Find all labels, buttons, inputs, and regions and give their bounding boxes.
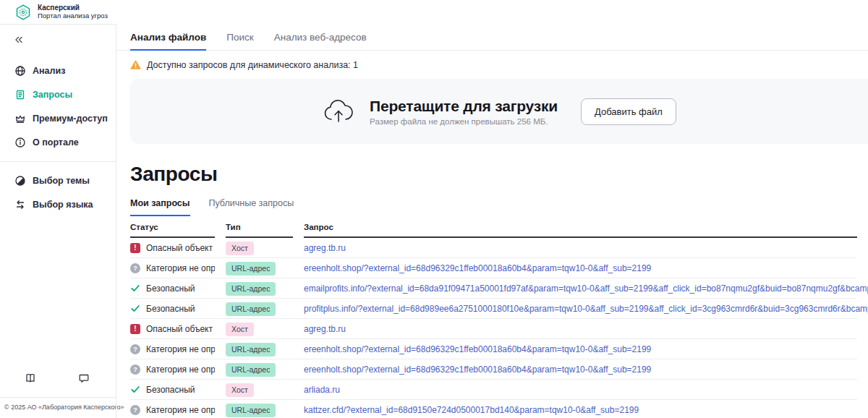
status-cell: Безопасный (130, 385, 215, 395)
requests-tabbar: Мои запросыПубличные запросы (116, 198, 868, 216)
query-link[interactable]: ereenholt.shop/?external_id=68d96329c1ff… (304, 364, 857, 375)
sidebar-item-theme-picker[interactable]: Выбор темы (0, 169, 116, 192)
tab-search[interactable]: Поиск (226, 32, 253, 51)
query-link[interactable]: agreg.tb.ru (304, 324, 857, 334)
sidebar-top-divider (0, 24, 116, 25)
query-cell: ereenholt.shop/?external_id=68d96329c1ff… (304, 263, 857, 273)
type-badge: URL-адрес (226, 343, 276, 357)
query-link[interactable]: kattzer.cfd/?external_id=68d9150e724d050… (304, 405, 857, 415)
sidebar-item-analysis[interactable]: Анализ (0, 59, 116, 82)
table-row: ! Опасный объект Хост agreg.tb.ru (130, 238, 857, 258)
query-cell: kattzer.cfd/?external_id=68d9150e724d050… (304, 405, 857, 415)
crown-icon (14, 113, 26, 124)
sidebar-item-about-portal[interactable]: О портале (0, 130, 116, 154)
documentation-icon[interactable] (25, 372, 38, 385)
status-text: Категория не определ... (146, 405, 215, 415)
page-title: Запросы (130, 163, 868, 186)
table-row: ? Категория не определ... URL-адрес eree… (130, 258, 857, 278)
status-text: Безопасный (146, 385, 195, 395)
status-text: Опасный объект (146, 243, 213, 253)
query-link[interactable]: profitplus.info/?external_id=68d989ee6a2… (304, 304, 868, 314)
type-badge: URL-адрес (226, 302, 276, 316)
table-row: ? Категория не определ... URL-адрес katt… (130, 400, 857, 418)
column-header-query: Запрос (304, 216, 857, 238)
sidebar-item-label: О портале (33, 137, 79, 148)
sidebar-footer: © 2025 АО «Лаборатория Касперского» (0, 372, 116, 418)
collapse-sidebar-button[interactable] (13, 34, 27, 48)
type-badge: URL-адрес (226, 262, 276, 276)
tab-web-address-analysis[interactable]: Анализ веб-адресов (274, 32, 367, 51)
query-cell: agreg.tb.ru (304, 243, 857, 253)
table-row: Безопасный URL-адрес emailprofits.info/?… (130, 278, 857, 299)
unknown-status-icon: ? (130, 405, 140, 415)
status-text: Категория не определ... (146, 344, 215, 354)
query-link[interactable]: ereenholt.shop/?external_id=68d96329c1ff… (304, 263, 857, 273)
type-cell: Хост (226, 241, 293, 255)
unknown-status-icon: ? (130, 263, 140, 273)
type-badge: URL-адрес (226, 363, 276, 377)
query-cell: emailprofits.info/?external_id=68da91f09… (304, 283, 868, 294)
unknown-status-icon: ? (130, 344, 140, 354)
brand-logo[interactable]: Касперский Портал анализа угроз (0, 0, 116, 24)
sidebar: Касперский Портал анализа угроз Анализ З… (0, 0, 116, 418)
safe-status-icon (130, 304, 140, 314)
type-cell: URL-адрес (226, 362, 293, 377)
table-row: ? Категория не определ... URL-адрес eree… (130, 339, 857, 359)
type-cell: URL-адрес (226, 342, 293, 357)
safe-status-icon (130, 385, 140, 395)
file-dropzone[interactable]: Перетащите для загрузки Размер файла не … (130, 79, 868, 144)
analysis-tabbar: Анализ файловПоискАнализ веб-адресов (116, 32, 868, 51)
sidebar-item-requests[interactable]: Запросы (0, 82, 116, 106)
cloud-upload-icon (322, 97, 355, 126)
brand-subtitle: Портал анализа угроз (38, 12, 108, 20)
type-cell: URL-адрес (226, 261, 293, 276)
tab-file-analysis[interactable]: Анализ файлов (130, 32, 206, 51)
query-link[interactable]: emailprofits.info/?external_id=68da91f09… (304, 283, 868, 294)
query-cell: arliada.ru (304, 385, 857, 395)
danger-status-icon: ! (130, 324, 140, 334)
query-cell: ereenholt.shop/?external_id=68d96329c1ff… (304, 344, 857, 354)
upload-size-hint: Размер файла не должен превышать 256 МБ. (370, 117, 558, 126)
upload-title: Перетащите для загрузки (370, 98, 558, 115)
dynamic-analysis-notice: Доступно запросов для динамического анал… (130, 59, 868, 70)
add-file-button[interactable]: Добавить файл (581, 98, 676, 125)
type-badge: Хост (226, 242, 254, 255)
query-link[interactable]: arliada.ru (304, 385, 857, 395)
sidebar-item-label: Анализ (33, 66, 65, 76)
table-header: СтатусТипЗапрос (130, 216, 857, 238)
type-cell: URL-адрес (226, 302, 293, 316)
table-row: ? Категория не определ... URL-адрес eree… (130, 359, 857, 380)
tab-my-requests[interactable]: Мои запросы (130, 198, 190, 216)
query-link[interactable]: ereenholt.shop/?external_id=68d96329c1ff… (304, 344, 857, 354)
status-cell: ? Категория не определ... (130, 364, 215, 375)
status-cell: Безопасный (130, 304, 215, 314)
status-cell: ? Категория не определ... (130, 344, 215, 354)
status-cell: Безопасный (130, 283, 215, 294)
feedback-chat-icon[interactable] (78, 372, 91, 385)
status-text: Категория не определ... (146, 364, 215, 375)
type-badge: URL-адрес (226, 404, 276, 417)
type-badge: Хост (226, 383, 254, 397)
type-cell: Хост (226, 322, 293, 336)
query-link[interactable]: agreg.tb.ru (304, 243, 857, 253)
kaspersky-logo-icon (14, 4, 32, 21)
tab-public-requests[interactable]: Публичные запросы (209, 198, 294, 216)
status-cell: ? Категория не определ... (130, 263, 215, 273)
column-header-status: Статус (130, 216, 215, 238)
kaspersky-threat-portal: Касперский Портал анализа угроз Анализ З… (0, 0, 868, 418)
table-body: ! Опасный объект Хост agreg.tb.ru ? Кате… (130, 238, 857, 418)
info-icon (14, 137, 26, 148)
type-cell: URL-адрес (226, 281, 293, 296)
status-text: Категория не определ... (146, 263, 215, 273)
globe-icon (14, 65, 26, 77)
requests-icon (14, 89, 26, 101)
brand-text: Касперский Портал анализа угроз (38, 4, 108, 20)
sidebar-item-label: Выбор темы (33, 176, 90, 186)
type-cell: Хост (226, 383, 293, 397)
type-badge: Хост (226, 323, 254, 336)
sidebar-item-language-picker[interactable]: Выбор языка (0, 192, 116, 216)
safe-status-icon (130, 283, 140, 294)
upload-text-block: Перетащите для загрузки Размер файла не … (370, 98, 558, 126)
sidebar-item-premium-access[interactable]: Премиум-доступ (0, 106, 116, 130)
sidebar-nav: Анализ Запросы Премиум-доступ О портале … (0, 59, 116, 216)
